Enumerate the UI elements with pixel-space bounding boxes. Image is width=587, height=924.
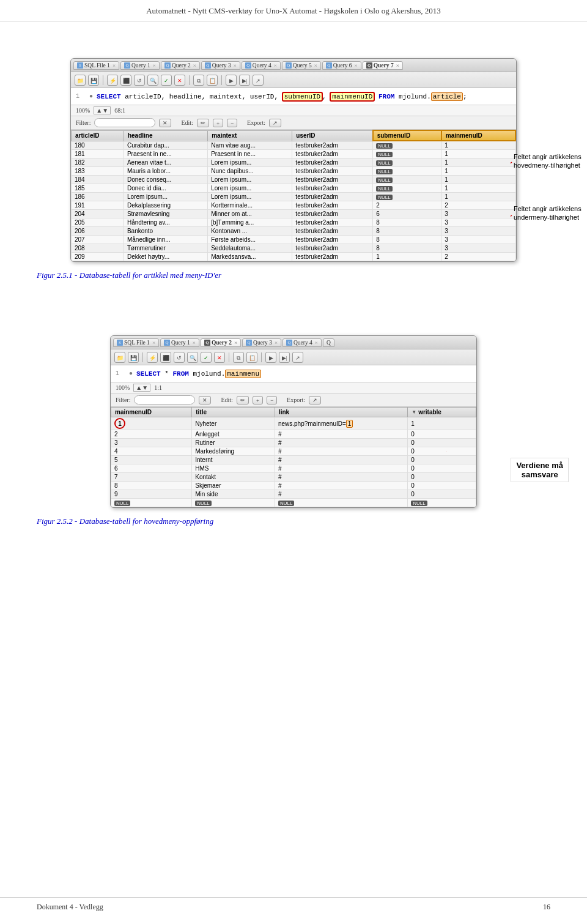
toolbar2-play-btn[interactable]: ▶: [265, 352, 276, 363]
filter-input-2[interactable]: [134, 395, 195, 404]
col2-header-writable: ▼ writable: [408, 408, 476, 417]
toolbar2-stop-btn[interactable]: ⬛: [160, 352, 171, 363]
tab-query-4[interactable]: Q Query 4 ×: [242, 61, 281, 70]
tab-sql-file-1[interactable]: S SQL File 1 ×: [73, 61, 119, 70]
table-cell: testbruker2adm: [292, 253, 373, 261]
table-row: 209Dekket høytry...Markedsansva...testbr…: [72, 253, 516, 261]
toolbar2-refresh-btn[interactable]: ↺: [174, 352, 185, 363]
footer-left: Dokument 4 - Vedlegg: [37, 903, 103, 912]
tab-query-5[interactable]: Q Query 5 ×: [282, 61, 321, 70]
toolbar-sep-1: [103, 75, 103, 85]
tab-icon-1: S: [77, 62, 83, 69]
tab2-more[interactable]: Q: [323, 338, 334, 347]
window-2-toolbar: 📁 💾 ⚡ ⬛ ↺ 🔍 ✓ ✕ ⧉ 📋 ▶ ▶| ↗: [111, 349, 476, 365]
zoom-level: 100%: [76, 107, 90, 114]
tab2-query-1[interactable]: Q Query 1 ×: [160, 338, 199, 347]
window-1-filter: Filter: ✕ Edit: ✏ + − Export: ↗: [71, 116, 516, 130]
zoom-level-2: 100%: [116, 384, 130, 391]
toolbar2-save-btn[interactable]: 💾: [128, 352, 139, 363]
tab2-icon-q3: Q: [246, 340, 252, 346]
table-cell: 3: [441, 236, 515, 244]
window-1-table-wrapper: articleID headline maintext userID subme…: [71, 130, 516, 261]
toolbar2-step-btn[interactable]: ▶|: [279, 352, 290, 363]
table-cell: 204: [72, 210, 124, 218]
tab-icon-q4: Q: [245, 62, 251, 69]
col2-header-link: link: [275, 408, 407, 417]
table-cell: #: [275, 439, 407, 447]
table-cell: #: [275, 473, 407, 482]
tab-query-2[interactable]: Q Query 2 ×: [161, 61, 200, 70]
filter-clear-btn[interactable]: ✕: [159, 119, 171, 127]
edit-label-2: Edit:: [221, 397, 232, 403]
table-cell: Aenean vitae t...: [124, 158, 207, 167]
tab2-query-2[interactable]: Q Query 2 ×: [201, 338, 241, 347]
edit-pencil-btn-2[interactable]: ✏: [237, 396, 249, 404]
toolbar-save-btn[interactable]: 💾: [88, 75, 99, 86]
toolbar-play-btn[interactable]: ▶: [226, 75, 237, 86]
edit-delete-btn[interactable]: −: [227, 119, 237, 127]
zoom-stepper-2[interactable]: ▲▼: [133, 384, 150, 392]
tab-query-1[interactable]: Q Query 1 ×: [120, 61, 160, 70]
table-cell: 9: [111, 490, 192, 499]
toolbar-export-btn[interactable]: ↗: [253, 75, 264, 86]
toolbar-step-btn[interactable]: ▶|: [239, 75, 250, 86]
table-cell: 8: [373, 236, 441, 244]
tab-query-6[interactable]: Q Query 6 ×: [322, 61, 361, 70]
table-cell: testbruker2adm: [292, 236, 373, 244]
tab2-icon-q2: Q: [204, 340, 210, 346]
tab2-query-4[interactable]: Q Query 4 ×: [282, 338, 322, 347]
filter-input[interactable]: [94, 118, 155, 127]
toolbar2-export-btn[interactable]: ↗: [292, 352, 303, 363]
window-2-zoom: 100% ▲▼ 1:1: [111, 382, 476, 393]
query-bullet-2: ●: [129, 370, 133, 377]
edit-pencil-btn[interactable]: ✏: [197, 119, 209, 127]
toolbar2-x-btn[interactable]: ✕: [214, 352, 225, 363]
table-cell: 208: [72, 244, 124, 253]
line-number-2: 1: [116, 370, 125, 377]
toolbar-copy-btn[interactable]: ⧉: [193, 75, 204, 86]
toolbar-search-btn[interactable]: 🔍: [147, 75, 158, 86]
query-text-2: SELECT * FROM mjolund.mainmenu: [136, 370, 261, 378]
export-btn[interactable]: ↗: [269, 119, 281, 127]
table-cell: 3: [441, 244, 515, 253]
toolbar2-sep-3: [261, 352, 262, 362]
edit-add-btn[interactable]: +: [213, 119, 223, 127]
toolbar2-search-btn[interactable]: 🔍: [187, 352, 198, 363]
toolbar-check-btn[interactable]: ✓: [161, 75, 172, 86]
table-cell: 8: [373, 227, 441, 236]
table-row: 180Curabitur dap...Nam vitae aug...testb…: [72, 141, 516, 150]
null-badge: NULL: [195, 501, 211, 506]
toolbar-folder-btn[interactable]: 📁: [75, 75, 86, 86]
tab-query-7[interactable]: Q Query 7 ×: [363, 61, 403, 70]
table-row: 8Skjemaer#0: [111, 482, 476, 490]
tab-query-3[interactable]: Q Query 3 ×: [201, 61, 240, 70]
edit-add-btn-2[interactable]: +: [253, 396, 263, 404]
table-cell: Lorem ipsum...: [124, 193, 207, 201]
window-1-toolbar: 📁 💾 ⚡ ⬛ ↺ 🔍 ✓ ✕ ⧉ 📋 ▶ ▶| ↗: [71, 72, 516, 88]
toolbar-paste-btn[interactable]: 📋: [207, 75, 218, 86]
sql-window-1: S SQL File 1 × Q Query 1 × Q Query 2 ×: [70, 58, 517, 262]
toolbar-stop-btn[interactable]: ⬛: [120, 75, 131, 86]
toolbar-x-btn[interactable]: ✕: [174, 75, 185, 86]
toolbar-refresh-btn[interactable]: ↺: [134, 75, 145, 86]
tab2-sql-file-1[interactable]: S SQL File 1 ×: [113, 338, 159, 347]
table-cell: testbruker2adm: [292, 210, 373, 218]
toolbar2-sep-2: [229, 352, 229, 362]
table-row: 185Donec id dia...Lorem ipsum...testbruk…: [72, 184, 516, 193]
table-cell: testbruker2adm: [292, 244, 373, 253]
toolbar2-paste-btn[interactable]: 📋: [246, 352, 257, 363]
edit-delete-btn-2[interactable]: −: [267, 396, 277, 404]
filter-clear-btn-2[interactable]: ✕: [199, 396, 211, 404]
table-cell: testbruker2adm: [292, 201, 373, 210]
figure1-annotations: Feltet angir artikkelens hovedmeny-tilhø…: [511, 144, 587, 266]
zoom-stepper[interactable]: ▲▼: [94, 106, 111, 114]
table-cell: 183: [72, 167, 124, 176]
toolbar2-copy-btn[interactable]: ⧉: [233, 352, 244, 363]
toolbar-run-btn[interactable]: ⚡: [107, 75, 118, 86]
toolbar2-run-btn[interactable]: ⚡: [147, 352, 158, 363]
tab2-query-3[interactable]: Q Query 3 ×: [242, 338, 281, 347]
export-btn-2[interactable]: ↗: [309, 396, 321, 404]
table-cell: Nam vitae aug...: [208, 141, 292, 150]
toolbar2-folder-btn[interactable]: 📁: [114, 352, 125, 363]
toolbar2-check-btn[interactable]: ✓: [201, 352, 212, 363]
